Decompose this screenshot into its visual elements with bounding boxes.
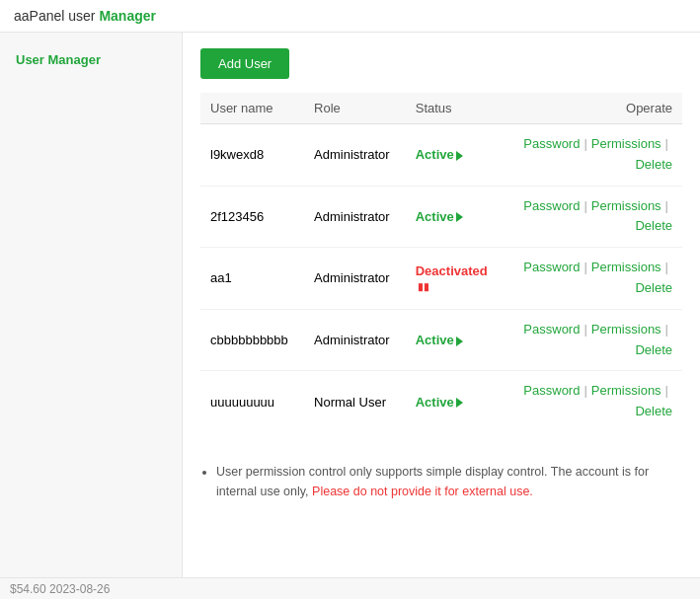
pause-icon: ▮▮ bbox=[418, 281, 429, 292]
active-arrow-icon bbox=[456, 151, 463, 161]
password-link[interactable]: Password bbox=[523, 381, 580, 402]
cell-role: Administrator bbox=[304, 248, 406, 310]
col-header-role: Role bbox=[304, 93, 406, 124]
delete-link[interactable]: Delete bbox=[635, 402, 672, 422]
status-deactivated: Deactivated▮▮ bbox=[416, 263, 488, 293]
bottom-bar: $54.60 2023-08-26 bbox=[0, 577, 700, 599]
table-row: aa1AdministratorDeactivated▮▮ Password |… bbox=[200, 248, 682, 310]
delete-link[interactable]: Delete bbox=[635, 155, 672, 176]
op-line2: Delete bbox=[635, 402, 672, 422]
cell-username: uuuuuuuuu bbox=[200, 371, 304, 432]
status-active: Active bbox=[416, 395, 463, 410]
table-row: 2f123456AdministratorActive Password | P… bbox=[200, 186, 682, 248]
cell-username: aa1 bbox=[200, 248, 304, 310]
op-line2: Delete bbox=[635, 278, 672, 299]
col-header-status: Status bbox=[406, 93, 504, 124]
notice-text2: Please do not provide it for external us… bbox=[312, 485, 533, 498]
op-line1: Password | Permissions | bbox=[523, 196, 672, 217]
delete-link[interactable]: Delete bbox=[635, 340, 672, 361]
user-table: User name Role Status Operate l9kwexd8Ad… bbox=[200, 93, 682, 432]
cell-status: Active bbox=[406, 309, 504, 371]
op-line1: Password | Permissions | bbox=[523, 320, 672, 340]
active-arrow-icon bbox=[456, 212, 463, 222]
permissions-link[interactable]: Permissions bbox=[591, 258, 661, 278]
op-line2: Delete bbox=[635, 216, 672, 237]
col-header-operate: Operate bbox=[504, 93, 682, 124]
delete-link[interactable]: Delete bbox=[635, 278, 672, 299]
password-link[interactable]: Password bbox=[523, 134, 580, 155]
cell-username: cbbbbbbbbbb bbox=[200, 309, 304, 371]
bottom-price: $54.60 bbox=[10, 582, 46, 596]
cell-status: Active bbox=[406, 124, 504, 187]
op-line1: Password | Permissions | bbox=[523, 134, 672, 155]
permissions-link[interactable]: Permissions bbox=[591, 134, 661, 155]
cell-operate: Password | Permissions | Delete bbox=[504, 371, 682, 432]
content-area: Add User User name Role Status Operate l… bbox=[183, 33, 700, 577]
delete-link[interactable]: Delete bbox=[635, 216, 672, 237]
table-row: l9kwexd8AdministratorActive Password | P… bbox=[200, 124, 682, 187]
operate-actions: Password | Permissions | Delete bbox=[513, 320, 672, 361]
cell-role: Administrator bbox=[304, 309, 406, 371]
status-active: Active bbox=[416, 147, 463, 162]
operate-actions: Password | Permissions | Delete bbox=[513, 381, 672, 422]
cell-role: Normal User bbox=[304, 371, 406, 432]
cell-role: Administrator bbox=[304, 186, 406, 248]
status-active: Active bbox=[416, 333, 463, 347]
permissions-link[interactable]: Permissions bbox=[591, 381, 661, 402]
active-arrow-icon bbox=[456, 337, 463, 346]
title-bar: aaPanel user Manager bbox=[0, 0, 700, 33]
sidebar-item-user-manager[interactable]: User Manager bbox=[0, 42, 182, 77]
op-line1: Password | Permissions | bbox=[523, 381, 672, 402]
password-link[interactable]: Password bbox=[523, 196, 580, 217]
cell-username: l9kwexd8 bbox=[200, 124, 304, 187]
sidebar-item-label: User Manager bbox=[16, 52, 101, 67]
cell-operate: Password | Permissions | Delete bbox=[504, 186, 682, 248]
operate-actions: Password | Permissions | Delete bbox=[513, 196, 672, 238]
operate-actions: Password | Permissions | Delete bbox=[513, 258, 672, 299]
cell-operate: Password | Permissions | Delete bbox=[504, 124, 682, 187]
col-header-username: User name bbox=[200, 93, 304, 124]
cell-status: Active bbox=[406, 186, 504, 248]
table-row: cbbbbbbbbbbAdministratorActive Password … bbox=[200, 309, 682, 371]
operate-actions: Password | Permissions | Delete bbox=[513, 134, 672, 176]
cell-status: Active bbox=[406, 371, 504, 432]
op-line1: Password | Permissions | bbox=[523, 258, 672, 278]
op-line2: Delete bbox=[635, 155, 672, 176]
permissions-link[interactable]: Permissions bbox=[591, 320, 661, 340]
status-active: Active bbox=[416, 209, 463, 224]
cell-operate: Password | Permissions | Delete bbox=[504, 248, 682, 310]
cell-role: Administrator bbox=[304, 124, 406, 187]
title-highlight: Manager bbox=[99, 8, 156, 24]
bottom-date: 2023-08-26 bbox=[49, 582, 110, 596]
table-row: uuuuuuuuuNormal UserActive Password | Pe… bbox=[200, 371, 682, 432]
password-link[interactable]: Password bbox=[523, 258, 580, 278]
cell-username: 2f123456 bbox=[200, 186, 304, 248]
permissions-link[interactable]: Permissions bbox=[591, 196, 661, 217]
op-line2: Delete bbox=[635, 340, 672, 361]
password-link[interactable]: Password bbox=[523, 320, 580, 340]
cell-status: Deactivated▮▮ bbox=[406, 248, 504, 310]
notice-area: User permission control only supports si… bbox=[200, 462, 682, 501]
cell-operate: Password | Permissions | Delete bbox=[504, 309, 682, 371]
sidebar: User Manager bbox=[0, 33, 183, 577]
add-user-button[interactable]: Add User bbox=[200, 48, 289, 79]
title-prefix: aaPanel user bbox=[14, 8, 96, 24]
active-arrow-icon bbox=[456, 398, 463, 408]
